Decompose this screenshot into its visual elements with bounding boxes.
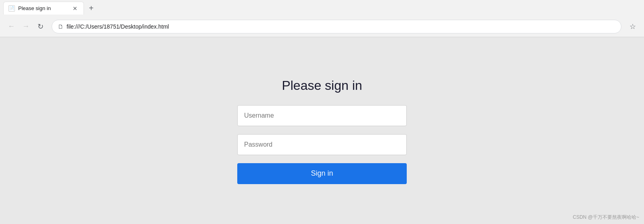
watermark: CSDN @千万不要熬夜啊哈哈~	[573, 214, 639, 221]
signin-button[interactable]: Sign in	[237, 163, 407, 184]
browser-chrome: 📄 Please sign in ✕ + ← → ↻ 🗋 file:///C:/…	[0, 0, 644, 37]
page-title: Please sign in	[282, 78, 362, 93]
back-icon: ←	[8, 22, 15, 31]
page-content: Please sign in Sign in	[0, 37, 644, 224]
star-icon: ☆	[629, 22, 636, 31]
username-input[interactable]	[237, 105, 407, 126]
tab-title: Please sign in	[18, 5, 68, 11]
address-bar-row: ← → ↻ 🗋 file:///C:/Users/18751/Desktop/i…	[0, 16, 644, 37]
tab-favicon: 📄	[8, 5, 15, 12]
reload-icon: ↻	[38, 22, 44, 31]
url-display: file:///C:/Users/18751/Desktop/index.htm…	[67, 23, 615, 30]
reload-button[interactable]: ↻	[34, 20, 47, 33]
back-button[interactable]: ←	[5, 20, 18, 33]
password-input[interactable]	[237, 134, 407, 155]
forward-icon: →	[22, 22, 29, 31]
active-tab[interactable]: 📄 Please sign in ✕	[3, 2, 84, 15]
tab-favicon-icon: 📄	[9, 6, 14, 10]
tab-close-button[interactable]: ✕	[71, 5, 79, 12]
bookmark-button[interactable]: ☆	[626, 20, 639, 33]
login-container: Please sign in Sign in	[237, 78, 407, 184]
new-tab-button[interactable]: +	[86, 2, 97, 14]
tab-bar: 📄 Please sign in ✕ +	[0, 0, 644, 16]
forward-button[interactable]: →	[19, 20, 32, 33]
address-bar[interactable]: 🗋 file:///C:/Users/18751/Desktop/index.h…	[52, 20, 621, 33]
page-icon: 🗋	[58, 23, 63, 30]
